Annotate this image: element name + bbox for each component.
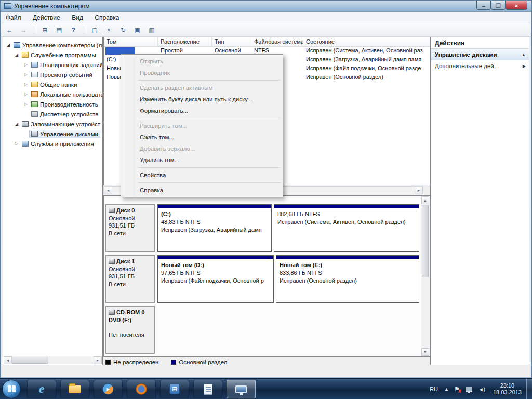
scroll-left-icon[interactable]: ◄ xyxy=(4,356,12,364)
taskbar-explorer-button[interactable] xyxy=(60,380,89,398)
titlebar[interactable]: Управление компьютером – ❐ × xyxy=(1,1,531,12)
column-header-type[interactable]: Тип xyxy=(212,37,251,46)
taskbar-media-player-button[interactable] xyxy=(94,380,123,398)
scrollbar-thumb[interactable] xyxy=(12,357,48,364)
show-desktop-button[interactable] xyxy=(526,379,532,399)
show-console-tree-icon[interactable]: ⊞ xyxy=(39,25,50,35)
menu-help[interactable]: Справка xyxy=(90,12,124,23)
maximize-button[interactable]: ❐ xyxy=(491,1,506,10)
column-header-volume[interactable]: Том xyxy=(104,37,158,46)
computer-management-icon xyxy=(4,3,11,9)
tree-item-system-tools[interactable]: Служебные программы xyxy=(3,50,102,60)
expander-icon[interactable] xyxy=(23,72,29,77)
collapse-icon[interactable]: ▲ xyxy=(522,52,526,57)
scroll-right-icon[interactable]: ► xyxy=(94,356,102,364)
tree-item-shared-folders[interactable]: Общие папки xyxy=(3,79,102,89)
scroll-left-icon[interactable]: ◄ xyxy=(104,187,112,194)
tree-horizontal-scrollbar[interactable]: ◄ ► xyxy=(4,356,102,364)
cdrom-info-card[interactable]: CD-ROM 0 DVD (F:) Нет носителя xyxy=(105,306,155,354)
partition-c[interactable]: (C:) 48,83 ГБ NTFS Исправен (Загрузка, А… xyxy=(157,204,272,252)
disk-1-info-card[interactable]: Диск 1 Основной 931,51 ГБ В сети xyxy=(105,255,155,303)
disk-0-info-card[interactable]: Диск 0 Основной 931,51 ГБ В сети xyxy=(105,204,155,252)
expander-icon[interactable] xyxy=(14,122,20,126)
menu-item-change-drive-letter[interactable]: Изменить букву диска или путь к диску... xyxy=(122,94,282,105)
tree-item-performance[interactable]: Производительность xyxy=(3,99,102,109)
minimize-button[interactable]: – xyxy=(476,1,491,10)
menu-file[interactable]: Файл xyxy=(1,12,26,23)
start-button[interactable] xyxy=(2,380,21,398)
actions-group-more-actions[interactable]: Дополнительные дей... ▶ xyxy=(431,60,529,72)
tree-item-task-scheduler[interactable]: Планировщик заданий xyxy=(3,60,102,70)
action-center-flag-icon[interactable]: ✘ xyxy=(454,385,460,393)
expander-icon[interactable] xyxy=(23,82,29,87)
close-button[interactable]: × xyxy=(506,1,527,10)
expander-icon[interactable] xyxy=(23,102,29,107)
menu-separator xyxy=(138,182,281,183)
disk-graphical-view: Диск 0 Основной 931,51 ГБ В сети (C:) 48… xyxy=(103,195,431,357)
actions-group-disk-management[interactable]: Управление дисками ▲ xyxy=(431,49,529,60)
forward-icon[interactable]: → xyxy=(18,25,29,35)
scrollbar-thumb[interactable] xyxy=(422,205,429,277)
expander-icon[interactable] xyxy=(14,141,20,146)
taskbar-app-button-1[interactable] xyxy=(160,380,189,398)
tree-item-storage[interactable]: Запоминающие устройст xyxy=(3,119,102,129)
volume-icon[interactable] xyxy=(478,387,485,392)
taskbar-clock[interactable]: 23:10 18.03.2013 xyxy=(493,382,522,396)
expander-icon[interactable] xyxy=(5,43,11,47)
disk-status: В сети xyxy=(109,281,152,288)
properties-icon[interactable]: ▢ xyxy=(89,25,100,35)
menu-action[interactable]: Действие xyxy=(28,12,65,23)
toolbar-separator xyxy=(34,26,34,34)
network-icon[interactable] xyxy=(466,387,472,392)
tree-item-local-users[interactable]: Локальные пользовате xyxy=(3,89,102,99)
scroll-up-icon[interactable]: ▲ xyxy=(421,196,429,204)
tree-item-label: Управление дисками xyxy=(40,131,98,137)
tree-item-computer-management-root[interactable]: Управление компьютером (л xyxy=(3,40,102,50)
menu-item-format[interactable]: Форматировать... xyxy=(122,105,282,116)
column-header-layout[interactable]: Расположение xyxy=(158,37,212,46)
partition-system[interactable]: 882,68 ГБ NTFS Исправен (Система, Активе… xyxy=(274,204,419,252)
refresh-icon[interactable]: ↻ xyxy=(117,25,129,35)
folder-icon xyxy=(69,385,81,393)
expander-icon[interactable] xyxy=(23,92,29,97)
scrollbar-track[interactable] xyxy=(48,356,94,364)
menu-item-delete-volume[interactable]: Удалить том... xyxy=(122,154,282,166)
chart-icon[interactable]: ▥ xyxy=(146,25,157,35)
delete-icon[interactable]: × xyxy=(103,25,115,35)
partition-d[interactable]: Новый том (D:) 97,65 ГБ NTFS Исправен (Ф… xyxy=(157,255,274,303)
tree-item-label: Службы и приложения xyxy=(31,141,94,147)
menu-item-help[interactable]: Справка xyxy=(122,184,282,196)
menu-view[interactable]: Вид xyxy=(67,12,88,23)
menu-item-explorer: Проводник xyxy=(122,67,282,78)
menu-item-properties[interactable]: Свойства xyxy=(122,169,282,181)
actions-pane: Действия Управление дисками ▲ Дополнител… xyxy=(430,37,529,365)
minimize-icon: – xyxy=(482,3,485,9)
language-indicator[interactable]: RU xyxy=(430,386,438,392)
partition-e[interactable]: Новый том (E:) 833,86 ГБ NTFS Исправен (… xyxy=(276,255,419,303)
disk-size xyxy=(109,324,152,331)
graphical-view-vertical-scrollbar[interactable]: ▲ ▼ xyxy=(421,196,430,356)
taskbar-internet-explorer-button[interactable]: e xyxy=(27,380,56,398)
taskbar-computer-management-button[interactable] xyxy=(227,380,256,398)
column-header-status[interactable]: Состояние xyxy=(303,37,430,46)
window-view-icon[interactable]: ▣ xyxy=(132,25,143,35)
tree-item-device-manager[interactable]: Диспетчер устройств xyxy=(3,109,102,119)
expander-icon[interactable] xyxy=(23,62,29,67)
hidden-icons-arrow-icon[interactable]: ▲ xyxy=(444,387,449,392)
column-header-filesystem[interactable]: Файловая система xyxy=(251,37,303,46)
export-list-icon[interactable]: ▤ xyxy=(54,25,65,35)
expander-icon[interactable] xyxy=(14,52,20,57)
back-icon[interactable]: ← xyxy=(4,25,15,35)
scroll-right-icon[interactable]: ► xyxy=(415,187,423,194)
device-manager-icon xyxy=(31,111,38,117)
taskbar-app-button-2[interactable] xyxy=(193,380,222,398)
taskbar-firefox-button[interactable] xyxy=(127,380,156,398)
menu-item-shrink-volume[interactable]: Сжать том... xyxy=(122,131,282,143)
help-icon[interactable]: ? xyxy=(68,25,79,35)
tree-item-disk-management[interactable]: Управление дисками xyxy=(3,129,102,139)
tree-item-event-viewer[interactable]: Просмотр событий xyxy=(3,70,102,79)
alert-x-icon: ✘ xyxy=(458,389,462,394)
expand-icon[interactable]: ▶ xyxy=(523,64,526,69)
tree-item-services-applications[interactable]: Службы и приложения xyxy=(3,139,102,149)
scroll-down-icon[interactable]: ▼ xyxy=(421,348,429,356)
